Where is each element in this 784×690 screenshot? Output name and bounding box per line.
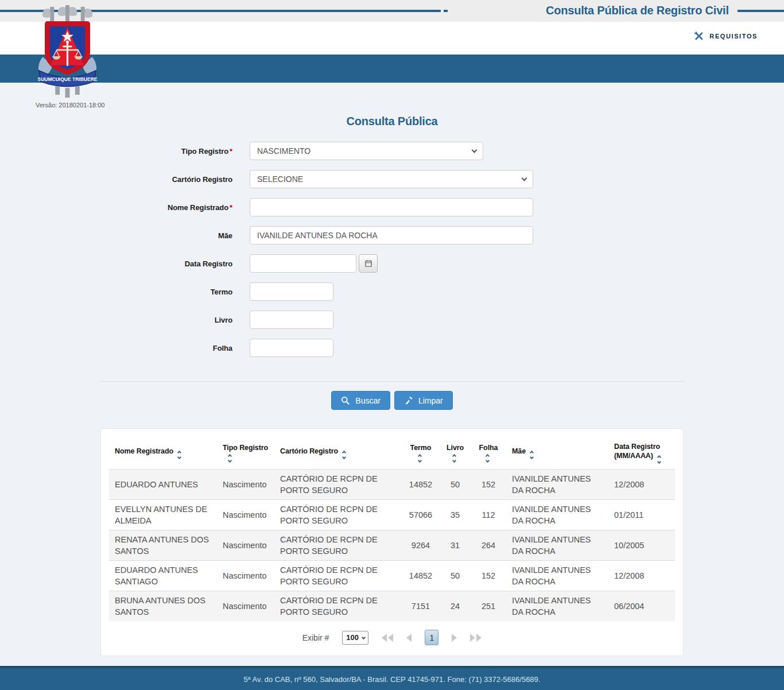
cell-cartorio: CARTÓRIO DE RCPN DE PORTO SEGURO: [274, 591, 402, 622]
results-table: Nome Registrado Tipo Registro Cartório R…: [109, 437, 675, 621]
form-divider: [99, 381, 685, 382]
column-header-livro[interactable]: Livro: [440, 437, 471, 470]
footer: 5ª Av. do CAB, nº 560, Salvador/BA - Bra…: [0, 666, 784, 690]
requisitos-link[interactable]: REQUISITOS: [693, 30, 758, 41]
current-page-indicator[interactable]: 1: [425, 630, 438, 645]
cell-mae: IVANILDE ANTUNES DA ROCHA: [506, 561, 608, 591]
cell-livro: 24: [440, 591, 471, 622]
sort-icon: [530, 451, 533, 459]
cartorio-registro-label: Cartório Registro: [76, 175, 232, 184]
table-row: EDUARDO ANTUNES Nascimento CARTÓRIO DE R…: [109, 470, 675, 500]
blue-band: [0, 55, 784, 83]
mae-input[interactable]: [250, 226, 533, 245]
cell-tipo: Nascimento: [217, 591, 274, 622]
livro-label: Livro: [76, 316, 232, 324]
cell-data: 12/2008: [608, 561, 675, 591]
column-header-mae[interactable]: Mãe: [506, 437, 608, 470]
sort-icon: [343, 451, 346, 459]
cell-nome: BRUNA ANTUNES DOS SANTOS: [109, 591, 217, 622]
version-text: Versão: 20180201-18:00: [36, 102, 105, 108]
column-header-data-registro[interactable]: Data Registro(MM/AAAA): [608, 437, 675, 470]
footer-address: 5ª Av. do CAB, nº 560, Salvador/BA - Bra…: [244, 675, 541, 684]
nome-registrado-label: Nome Registrado*: [76, 203, 232, 212]
cell-data: 10/2005: [608, 530, 675, 561]
cell-livro: 50: [440, 561, 471, 591]
form-row-mae: Mãe: [76, 226, 784, 245]
cell-nome: EDUARDO ANTUNES SANTIAGO: [109, 561, 217, 591]
calendar-icon: [364, 259, 372, 268]
data-registro-label: Data Registro: [76, 259, 232, 268]
table-row: RENATA ANTUNES DOS SANTOS Nascimento CAR…: [109, 530, 675, 561]
sort-icon: [228, 455, 269, 462]
requisitos-label: REQUISITOS: [709, 33, 758, 40]
limpar-button[interactable]: Limpar: [394, 391, 453, 410]
table-row: BRUNA ANTUNES DOS SANTOS Nascimento CART…: [109, 591, 675, 622]
form-row-termo: Termo: [76, 282, 784, 301]
folha-label: Folha: [76, 344, 232, 352]
calendar-button[interactable]: [359, 254, 378, 273]
cell-termo: 9264: [402, 530, 440, 561]
broom-icon: [404, 396, 413, 405]
previous-page-button[interactable]: [406, 634, 412, 642]
cell-termo: 57066: [402, 500, 440, 530]
last-page-button[interactable]: [470, 634, 482, 642]
cell-folha: 112: [471, 500, 506, 530]
cell-folha: 251: [471, 591, 506, 622]
sort-icon: [418, 455, 424, 462]
table-header-row: Nome Registrado Tipo Registro Cartório R…: [109, 437, 675, 470]
cell-nome: EVELLYN ANTUNES DE ALMEIDA: [109, 500, 217, 530]
table-row: EDUARDO ANTUNES SANTIAGO Nascimento CART…: [109, 561, 675, 591]
top-rule-dash: [444, 10, 448, 12]
sort-icon: [453, 455, 458, 462]
results-card: Nome Registrado Tipo Registro Cartório R…: [100, 428, 684, 656]
table-row: EVELLYN ANTUNES DE ALMEIDA Nascimento CA…: [109, 500, 675, 530]
pagination: Exibir # 100 1: [109, 621, 675, 653]
termo-input[interactable]: [250, 282, 333, 301]
buscar-button[interactable]: Buscar: [331, 391, 390, 410]
mae-label: Mãe: [76, 231, 232, 240]
cell-tipo: Nascimento: [217, 561, 274, 591]
nome-registrado-input[interactable]: [250, 198, 533, 216]
cell-livro: 35: [440, 500, 471, 530]
logo-motto: SUUMCUIQUE TRIBUERE: [38, 76, 98, 82]
top-rule-right: [738, 10, 784, 12]
cell-data: 01/2011: [608, 500, 675, 530]
cell-tipo: Nascimento: [217, 530, 274, 561]
cell-folha: 264: [471, 530, 506, 561]
site-title: Consulta Pública de Registro Civil: [546, 4, 729, 17]
livro-input[interactable]: [250, 311, 333, 329]
next-page-button[interactable]: [452, 634, 457, 642]
required-marker: *: [230, 147, 232, 156]
page: Consulta Pública de Registro Civil REQUI…: [0, 0, 784, 690]
column-header-tipo-registro[interactable]: Tipo Registro: [217, 437, 274, 470]
sort-icon: [486, 455, 491, 462]
buscar-label: Buscar: [355, 396, 381, 405]
page-size-select[interactable]: 100: [342, 631, 368, 645]
search-icon: [341, 396, 350, 405]
cell-mae: IVANILDE ANTUNES DA ROCHA: [506, 470, 608, 500]
column-header-cartorio-registro[interactable]: Cartório Registro: [274, 437, 402, 470]
cell-livro: 50: [440, 470, 471, 500]
tipo-registro-select[interactable]: NASCIMENTO: [250, 142, 483, 160]
data-registro-input[interactable]: [250, 254, 356, 273]
form-row-nome-registrado: Nome Registrado*: [76, 198, 784, 216]
limpar-label: Limpar: [418, 396, 443, 405]
cell-mae: IVANILDE ANTUNES DA ROCHA: [506, 500, 608, 530]
tools-icon: [693, 30, 704, 41]
column-header-nome-registrado[interactable]: Nome Registrado: [109, 437, 217, 470]
cell-data: 12/2008: [608, 470, 675, 500]
termo-label: Termo: [76, 288, 232, 296]
arrow-left-icon: [406, 634, 412, 642]
cell-cartorio: CARTÓRIO DE RCPN DE PORTO SEGURO: [274, 470, 402, 500]
cartorio-registro-select[interactable]: SELECIONE: [250, 170, 533, 188]
column-header-folha[interactable]: Folha: [471, 437, 506, 470]
required-marker: *: [230, 203, 232, 212]
cell-tipo: Nascimento: [217, 500, 274, 530]
column-header-termo[interactable]: Termo: [402, 437, 440, 470]
cell-cartorio: CARTÓRIO DE RCPN DE PORTO SEGURO: [274, 500, 402, 530]
folha-input[interactable]: [250, 339, 333, 357]
cell-termo: 7151: [402, 591, 440, 622]
first-page-button[interactable]: [382, 634, 393, 642]
menu-bar: REQUISITOS: [0, 22, 784, 55]
cell-mae: IVANILDE ANTUNES DA ROCHA: [506, 591, 608, 622]
